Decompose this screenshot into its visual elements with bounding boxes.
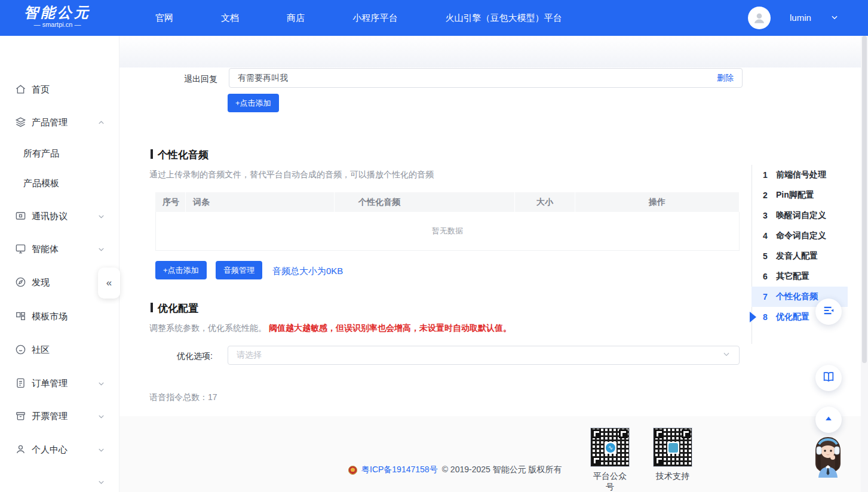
optimize-section-title: 优化配置: [151, 302, 198, 315]
anchor-current-arrow: [750, 312, 756, 322]
qr-code-image: [653, 428, 692, 467]
delete-link[interactable]: 删除: [717, 73, 734, 84]
audio-table-empty-state: 暂无数据: [155, 212, 740, 251]
voice-command-total: 语音指令总数：17: [149, 392, 217, 403]
sidebar: 首页 产品管理 所有产品 产品模板 通讯协议 智能体 发现 模板: [0, 36, 119, 492]
sidebar-item-template-market[interactable]: 模板市场: [0, 306, 119, 327]
anchor-item-wakeword[interactable]: 3唤醒词自定义: [752, 205, 848, 226]
order-icon: [15, 377, 27, 389]
docs-fab-button[interactable]: [815, 365, 842, 391]
username[interactable]: lumin: [790, 0, 811, 36]
sidebar-item-all-products[interactable]: 所有产品: [0, 144, 119, 162]
user-icon: [15, 444, 27, 456]
protocol-icon: [15, 210, 27, 222]
open-book-icon: [822, 370, 835, 386]
chevron-down-icon: [722, 350, 731, 361]
column-header-term: 词条: [186, 192, 334, 212]
sidebar-item-agents[interactable]: 智能体: [0, 239, 119, 259]
audio-total-size-text: 音频总大小为0KB: [272, 266, 343, 277]
chevron-down-icon: [97, 446, 105, 454]
chevron-down-icon: [97, 380, 105, 388]
empty-text: 暂无数据: [432, 226, 463, 236]
topnav-official-site[interactable]: 官网: [155, 0, 173, 36]
police-badge-icon: [348, 466, 357, 475]
sidebar-item-orders[interactable]: 订单管理: [0, 373, 119, 393]
optimize-section-description: 调整系统参数，优化系统性能。 阈值越大越敏感，但误识别率也会增高，未设置时自动取…: [149, 323, 511, 334]
anchor-item-frontend-signal[interactable]: 1前端信号处理: [752, 165, 848, 185]
sidebar-item-product-templates[interactable]: 产品模板: [0, 174, 119, 192]
chevron-up-icon: [97, 119, 105, 127]
exit-reply-label: 退出回复: [184, 74, 217, 85]
qr-label: 技术支持: [653, 471, 692, 482]
toc-fab-button[interactable]: [815, 299, 842, 325]
sidebar-collapse-button[interactable]: «: [98, 267, 120, 299]
person-icon: [752, 10, 767, 26]
user-avatar[interactable]: [748, 7, 771, 29]
footer-legal-row: 粤ICP备19147158号 © 2019-2025 智能公元 版权所有: [348, 465, 562, 475]
invoice-icon: [15, 410, 27, 422]
topnav-docs[interactable]: 文档: [221, 0, 239, 36]
chevron-down-icon: [97, 213, 105, 220]
audio-table-header: 序号 词条 个性化音频 大小 操作: [155, 192, 740, 212]
threshold-warning-text: 阈值越大越敏感，但误识别率也会增高，未设置时自动取默认值。: [269, 323, 511, 333]
qr-tech-support: 技术支持: [653, 428, 692, 482]
topbar: 智能公元 smartpi.cn 官网 文档 商店 小程序平台 火山引擎（豆包大模…: [0, 0, 868, 36]
sidebar-item-personal-center[interactable]: 个人中心: [0, 439, 119, 460]
topnav-miniprogram[interactable]: 小程序平台: [353, 0, 398, 36]
topnav-volcengine[interactable]: 火山引擎（豆包大模型）平台: [446, 0, 562, 36]
add-audio-button[interactable]: +点击添加: [155, 261, 207, 279]
page: 智能公元 smartpi.cn 官网 文档 商店 小程序平台 火山引擎（豆包大模…: [0, 0, 868, 492]
anchor-item-pin-config[interactable]: 2Pin脚配置: [752, 185, 848, 205]
exit-reply-value: 有需要再叫我: [238, 73, 717, 84]
sidebar-item-community[interactable]: 社区: [0, 340, 119, 360]
audio-section-description: 通过上传录制的音频文件，替代平台自动合成的音频，可以播放个性化的音频: [149, 170, 434, 180]
column-header-size: 大小: [515, 192, 575, 212]
qr-label: 平台公众号: [590, 471, 630, 492]
brand-subtitle: smartpi.cn: [24, 20, 91, 29]
back-to-top-button[interactable]: [815, 407, 842, 433]
qr-platform-account: ∿ 平台公众号: [590, 428, 630, 492]
copyright-text: © 2019-2025 智能公元 版权所有: [442, 465, 562, 475]
scrollbar-track[interactable]: [861, 36, 868, 492]
column-header-index: 序号: [155, 192, 185, 212]
optimize-option-label: 优化选项:: [177, 351, 213, 362]
arrow-up-icon: [823, 413, 834, 426]
chevron-down-icon: [97, 478, 105, 486]
audio-section-title: 个性化音频: [151, 148, 208, 162]
brand-title: 智能公元: [24, 5, 91, 20]
optimize-option-select[interactable]: 请选择: [228, 346, 740, 365]
sidebar-item-home[interactable]: 首页: [0, 79, 119, 100]
brand-logo[interactable]: 智能公元 smartpi.cn: [24, 5, 91, 29]
anchor-item-voice-config[interactable]: 5发音人配置: [752, 246, 848, 266]
chevron-down-icon: [97, 413, 105, 420]
sidebar-item-protocols[interactable]: 通讯协议: [0, 206, 119, 226]
column-header-actions: 操作: [575, 192, 739, 212]
template-market-icon: [15, 310, 27, 322]
anchor-item-other-config[interactable]: 6其它配置: [752, 266, 848, 287]
column-header-audio: 个性化音频: [335, 192, 514, 212]
sidebar-item-invoicing[interactable]: 开票管理: [0, 406, 119, 426]
icp-link[interactable]: 粤ICP备19147158号: [361, 465, 438, 475]
footer: [119, 416, 861, 492]
sidebar-item-extra[interactable]: [0, 472, 119, 492]
chevron-down-icon: [97, 245, 105, 253]
audio-manage-button[interactable]: 音频管理: [216, 261, 262, 279]
scrollbar-thumb[interactable]: [862, 36, 867, 363]
sidebar-item-product-management[interactable]: 产品管理: [0, 112, 119, 133]
add-reply-button[interactable]: +点击添加: [228, 94, 279, 112]
monitor-icon: [15, 243, 27, 255]
topnav-store[interactable]: 商店: [287, 0, 305, 36]
collapse-icon: «: [106, 277, 112, 289]
exit-reply-input[interactable]: 有需要再叫我 删除: [229, 68, 743, 88]
layers-icon: [15, 116, 27, 128]
toc-list-icon: [822, 304, 835, 319]
compass-icon: [15, 276, 27, 288]
home-icon: [15, 84, 27, 96]
community-icon: [15, 344, 27, 356]
anchor-item-command-words[interactable]: 4命令词自定义: [752, 226, 848, 246]
assistant-mascot[interactable]: [806, 433, 849, 482]
user-menu-chevron-down-icon[interactable]: [830, 13, 839, 24]
qr-code-image: ∿: [590, 428, 630, 467]
select-placeholder: 请选择: [237, 350, 722, 361]
page-header: [119, 36, 861, 67]
